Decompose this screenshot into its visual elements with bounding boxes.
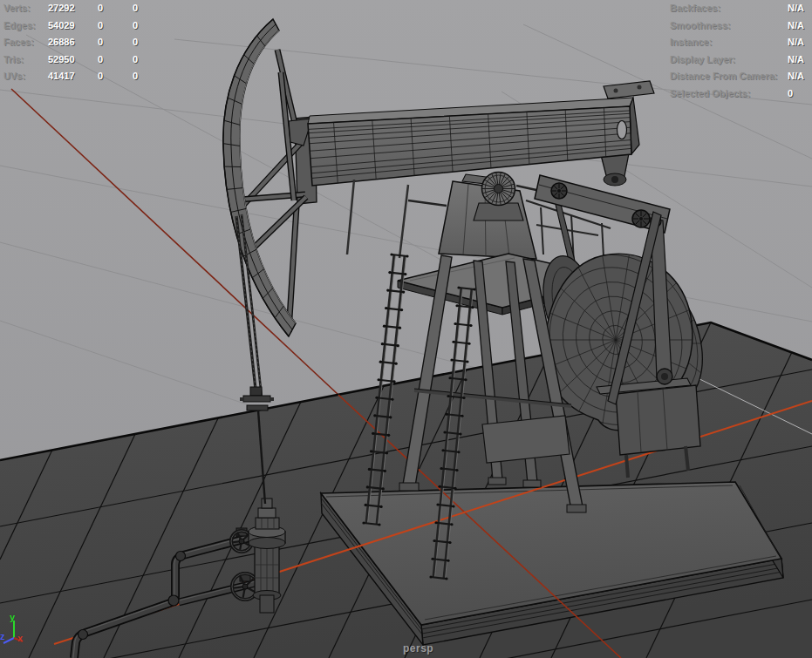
gizmo-x-label: x	[17, 633, 23, 643]
center-bearing-hub	[482, 173, 515, 206]
viewport[interactable]: Verts: 27292 0 0 Edges: 54029 0 0 Faces:…	[0, 0, 812, 658]
camera-label: persp	[403, 642, 433, 655]
gizmo-y-label: y	[10, 612, 15, 622]
scene-3d-pumpjack[interactable]	[0, 0, 812, 658]
gizmo-z-label: z	[0, 631, 5, 641]
step-platform	[482, 416, 570, 463]
beam-hand-hole	[618, 121, 627, 139]
